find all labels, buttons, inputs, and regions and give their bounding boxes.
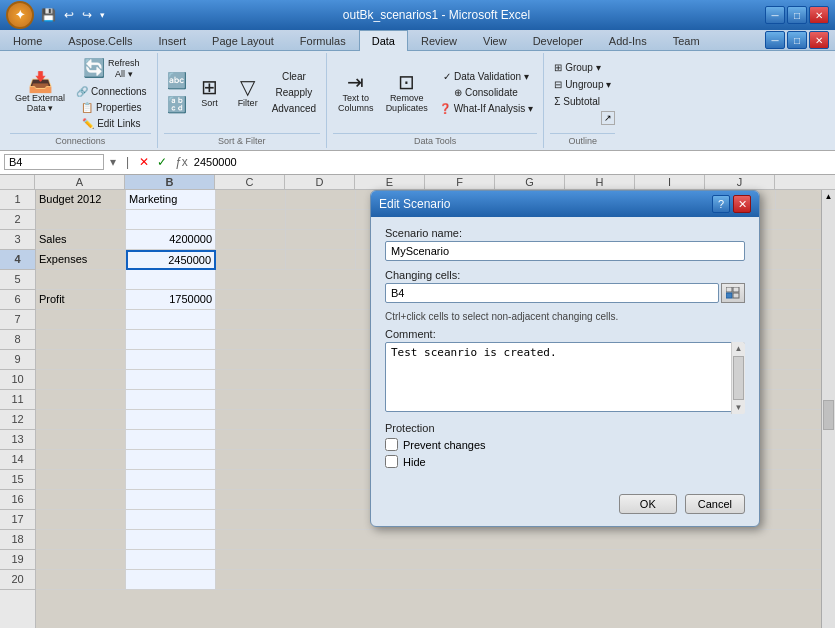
cell-a13[interactable] <box>36 430 126 450</box>
row-header-2[interactable]: 2 <box>0 210 35 230</box>
row-header-20[interactable]: 20 <box>0 570 35 590</box>
cell-a14[interactable] <box>36 450 126 470</box>
refresh-all-btn[interactable]: 🔄 RefreshAll ▾ <box>72 55 151 83</box>
tab-addins[interactable]: Add-Ins <box>596 30 660 51</box>
row-header-11[interactable]: 11 <box>0 390 35 410</box>
vertical-scrollbar[interactable]: ▲ ▼ <box>821 190 835 628</box>
comment-scroll-thumb[interactable] <box>733 356 744 400</box>
cell-a1[interactable]: Budget 2012 <box>36 190 126 210</box>
row-header-13[interactable]: 13 <box>0 430 35 450</box>
comment-scrollbar[interactable]: ▲ ▼ <box>731 342 745 414</box>
col-header-a[interactable]: A <box>35 175 125 189</box>
cell-c4[interactable] <box>216 250 286 270</box>
tab-formulas[interactable]: Formulas <box>287 30 359 51</box>
ribbon-min-btn[interactable]: ─ <box>765 31 785 49</box>
advanced-btn[interactable]: Advanced <box>268 101 320 116</box>
col-header-i[interactable]: I <box>635 175 705 189</box>
prevent-changes-label[interactable]: Prevent changes <box>403 439 486 451</box>
undo-quick-btn[interactable]: ↩ <box>61 6 77 24</box>
row-header-9[interactable]: 9 <box>0 350 35 370</box>
dialog-close-btn[interactable]: ✕ <box>733 195 751 213</box>
cell-b20[interactable] <box>126 570 216 590</box>
row-header-12[interactable]: 12 <box>0 410 35 430</box>
ungroup-btn[interactable]: ⊟ Ungroup ▾ <box>550 77 615 92</box>
cell-a11[interactable] <box>36 390 126 410</box>
outline-expand-btn[interactable]: ↗ <box>601 111 615 125</box>
cell-c3[interactable] <box>216 230 286 250</box>
cell-d4[interactable] <box>286 250 356 270</box>
cancel-formula-btn[interactable]: ✕ <box>137 155 151 169</box>
minimize-btn[interactable]: ─ <box>765 6 785 24</box>
office-button[interactable]: ✦ <box>6 1 34 29</box>
tab-developer[interactable]: Developer <box>520 30 596 51</box>
row-header-5[interactable]: 5 <box>0 270 35 290</box>
text-to-columns-btn[interactable]: ⇥ Text toColumns <box>333 69 379 118</box>
cell-a17[interactable] <box>36 510 126 530</box>
sort-az-btn[interactable]: 🔤 <box>164 69 190 92</box>
cell-b2[interactable] <box>126 210 216 230</box>
cell-a3[interactable]: Sales <box>36 230 126 250</box>
hide-checkbox[interactable] <box>385 455 398 468</box>
cell-select-btn[interactable] <box>721 283 745 303</box>
ok-button[interactable]: OK <box>619 494 677 514</box>
edit-scenario-dialog[interactable]: Edit Scenario ? ✕ Scenario name: MyScena… <box>370 190 760 527</box>
cell-b7[interactable] <box>126 310 216 330</box>
cell-b4[interactable]: 2450000 <box>126 250 216 270</box>
cell-b12[interactable] <box>126 410 216 430</box>
cell-a16[interactable] <box>36 490 126 510</box>
cell-b16[interactable] <box>126 490 216 510</box>
cell-a19[interactable] <box>36 550 126 570</box>
filter-btn[interactable]: ▽ Filter <box>230 74 266 111</box>
row-header-3[interactable]: 3 <box>0 230 35 250</box>
row-header-7[interactable]: 7 <box>0 310 35 330</box>
col-header-c[interactable]: C <box>215 175 285 189</box>
cell-b6[interactable]: 1750000 <box>126 290 216 310</box>
cell-a7[interactable] <box>36 310 126 330</box>
prevent-changes-checkbox[interactable] <box>385 438 398 451</box>
cell-a18[interactable] <box>36 530 126 550</box>
tab-aspose[interactable]: Aspose.Cells <box>55 30 145 51</box>
comment-scroll-up[interactable]: ▲ <box>732 342 745 355</box>
cell-a5[interactable] <box>36 270 126 290</box>
maximize-btn[interactable]: □ <box>787 6 807 24</box>
confirm-formula-btn[interactable]: ✓ <box>155 155 169 169</box>
reapply-btn[interactable]: Reapply <box>268 85 320 100</box>
cell-b9[interactable] <box>126 350 216 370</box>
cancel-button[interactable]: Cancel <box>685 494 745 514</box>
customize-quick-btn[interactable]: ▾ <box>97 8 108 22</box>
cell-a20[interactable] <box>36 570 126 590</box>
tab-team[interactable]: Team <box>660 30 713 51</box>
row-header-8[interactable]: 8 <box>0 330 35 350</box>
insert-function-btn[interactable]: ƒx <box>173 155 190 169</box>
ribbon-close-btn[interactable]: ✕ <box>809 31 829 49</box>
cell-a10[interactable] <box>36 370 126 390</box>
cell-c2[interactable] <box>216 210 286 230</box>
cell-b3[interactable]: 4200000 <box>126 230 216 250</box>
scenario-name-input[interactable]: MyScenario <box>385 241 745 261</box>
cell-b8[interactable] <box>126 330 216 350</box>
hide-label[interactable]: Hide <box>403 456 426 468</box>
cell-b11[interactable] <box>126 390 216 410</box>
formula-input[interactable]: 2450000 <box>194 156 831 168</box>
tab-page-layout[interactable]: Page Layout <box>199 30 287 51</box>
cell-a12[interactable] <box>36 410 126 430</box>
comment-textarea[interactable]: Test sceanrio is created. <box>385 342 745 412</box>
tab-data[interactable]: Data <box>359 30 408 51</box>
row-header-15[interactable]: 15 <box>0 470 35 490</box>
cell-a8[interactable] <box>36 330 126 350</box>
cell-b14[interactable] <box>126 450 216 470</box>
col-header-j[interactable]: J <box>705 175 775 189</box>
cell-b1[interactable]: Marketing <box>126 190 216 210</box>
cell-a9[interactable] <box>36 350 126 370</box>
col-header-e[interactable]: E <box>355 175 425 189</box>
properties-btn[interactable]: 📋 Properties <box>72 100 151 115</box>
data-validation-btn[interactable]: ✓ Data Validation ▾ <box>435 69 537 84</box>
row-header-4[interactable]: 4 <box>0 250 35 270</box>
col-header-h[interactable]: H <box>565 175 635 189</box>
cell-d1[interactable] <box>286 190 356 210</box>
cell-a15[interactable] <box>36 470 126 490</box>
cell-b13[interactable] <box>126 430 216 450</box>
col-header-b[interactable]: B <box>125 175 215 189</box>
cell-a6[interactable]: Profit <box>36 290 126 310</box>
sort-btn[interactable]: ⊞ Sort <box>192 74 228 111</box>
